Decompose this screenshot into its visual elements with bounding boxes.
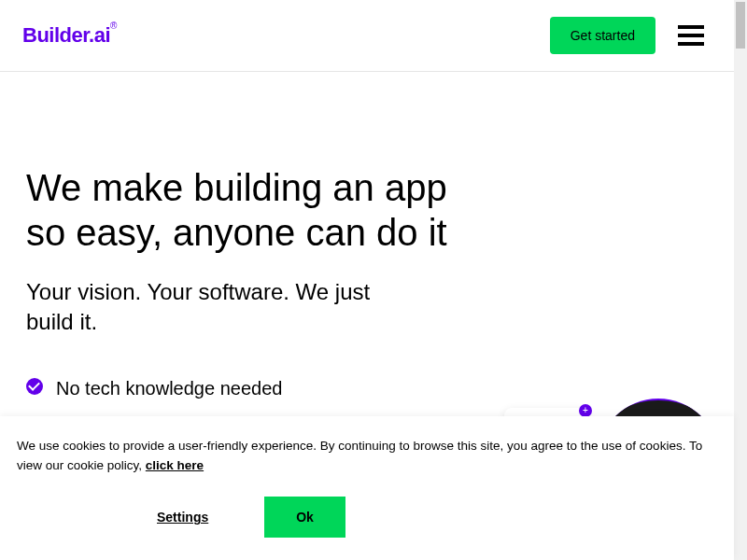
- cookie-policy-link[interactable]: click here: [146, 458, 204, 472]
- feature-text: No tech knowledge needed: [56, 375, 282, 401]
- header-actions: Get started: [550, 17, 708, 54]
- hamburger-line: [678, 42, 704, 46]
- cookie-ok-button[interactable]: Ok: [264, 497, 345, 538]
- hero-heading: We make building an app so easy, anyone …: [26, 165, 456, 255]
- cookie-message-text: We use cookies to provide a user-friendl…: [17, 439, 702, 472]
- logo-registered-mark: ®: [110, 21, 117, 31]
- hamburger-line: [678, 34, 704, 37]
- feature-item: No tech knowledge needed: [26, 375, 712, 401]
- cookie-banner: We use cookies to provide a user-friendl…: [0, 416, 734, 560]
- get-started-button[interactable]: Get started: [550, 17, 655, 54]
- logo[interactable]: Builder.ai®: [22, 23, 117, 48]
- cookie-settings-button[interactable]: Settings: [157, 510, 208, 525]
- hamburger-line: [678, 25, 704, 29]
- scrollbar-thumb[interactable]: [736, 2, 745, 49]
- logo-text: Builder.ai: [22, 23, 110, 47]
- scrollbar-track[interactable]: [734, 0, 747, 560]
- cookie-message: We use cookies to provide a user-friendl…: [17, 437, 717, 476]
- plus-icon: +: [579, 404, 592, 417]
- check-icon: [26, 378, 43, 395]
- hero-subheading: Your vision. Your software. We just buil…: [26, 277, 418, 338]
- site-header: Builder.ai® Get started: [0, 0, 734, 72]
- menu-icon[interactable]: [674, 21, 708, 49]
- cookie-actions: Settings Ok: [17, 497, 717, 538]
